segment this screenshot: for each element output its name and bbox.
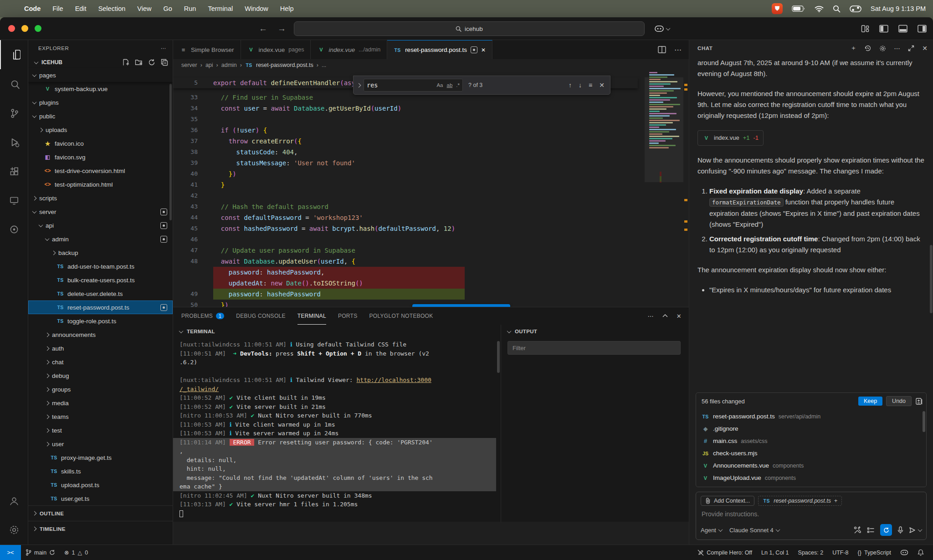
tree-folder-user[interactable]: user bbox=[28, 437, 173, 451]
refresh-icon[interactable] bbox=[148, 59, 155, 66]
model-picker[interactable]: Claude Sonnet 4 bbox=[729, 527, 779, 534]
tree-folder-server[interactable]: server bbox=[28, 205, 173, 219]
copilot-status[interactable] bbox=[896, 545, 913, 560]
chat-close-icon[interactable]: ✕ bbox=[922, 45, 928, 52]
menu-item-terminal[interactable]: Terminal bbox=[202, 5, 239, 12]
control-center-icon[interactable] bbox=[850, 5, 861, 12]
changed-file-row[interactable]: #main.cssassets/css bbox=[696, 435, 926, 447]
tree-folder-auth[interactable]: auth bbox=[28, 341, 173, 355]
breadcrumb[interactable]: server›api›admin›TSreset-password.post.t… bbox=[173, 59, 689, 71]
remote-indicator[interactable]: >< bbox=[0, 545, 21, 560]
explorer-more-actions[interactable]: ⋯ bbox=[161, 45, 166, 51]
problems-status[interactable]: ⊗ 1 △ 0 bbox=[60, 545, 92, 560]
tree-file-reset-password-post-ts[interactable]: TSreset-password.post.ts bbox=[28, 300, 173, 314]
new-file-icon[interactable] bbox=[122, 59, 129, 66]
send-button[interactable] bbox=[909, 527, 922, 534]
microphone-icon[interactable] bbox=[897, 526, 903, 534]
tree-folder-admin[interactable]: admin bbox=[28, 232, 173, 246]
tree-folder-groups[interactable]: groups bbox=[28, 382, 173, 396]
close-panel-icon[interactable]: ✕ bbox=[677, 313, 682, 320]
tree-folder-test[interactable]: test bbox=[28, 423, 173, 437]
view-diff-icon[interactable] bbox=[915, 397, 923, 405]
minimap[interactable] bbox=[645, 71, 683, 307]
tree-file-toggle-role-post-ts[interactable]: TStoggle-role.post.ts bbox=[28, 314, 173, 328]
tab-index-vue[interactable]: Vindex.vue.../admin bbox=[311, 40, 387, 59]
tree-folder-backup[interactable]: backup bbox=[28, 246, 173, 260]
nav-forward-button[interactable]: → bbox=[277, 24, 286, 34]
editor-more-actions-icon[interactable]: ⋯ bbox=[674, 46, 682, 54]
close-window-button[interactable] bbox=[8, 25, 15, 32]
tab-close-icon[interactable]: ✕ bbox=[481, 47, 486, 53]
tree-file-skills-ts[interactable]: TSskills.ts bbox=[28, 464, 173, 478]
menu-item-window[interactable]: Window bbox=[239, 5, 274, 12]
attached-file-pill[interactable]: TS reset-password.post.ts + bbox=[758, 496, 842, 506]
changed-file-row[interactable]: VImageUpload.vuecomponents bbox=[696, 472, 926, 484]
menu-item-view[interactable]: View bbox=[131, 5, 157, 12]
tree-file-test-drive-conversion-html[interactable]: <>test-drive-conversion.html bbox=[28, 164, 173, 178]
tree-folder-announcements[interactable]: announcements bbox=[28, 328, 173, 341]
panel-more-actions-icon[interactable]: ⋯ bbox=[647, 313, 653, 320]
settings-icon[interactable] bbox=[0, 515, 28, 545]
cursor-position[interactable]: Ln 1, Col 1 bbox=[757, 545, 793, 560]
notifications-bell[interactable] bbox=[913, 545, 928, 560]
keep-all-button[interactable]: Keep bbox=[858, 397, 882, 406]
menu-item-code[interactable]: Code bbox=[18, 5, 46, 12]
tree-folder-plugins[interactable]: plugins bbox=[28, 96, 173, 109]
toggle-secondary-sidebar-icon[interactable] bbox=[918, 25, 927, 33]
tab-index-vue[interactable]: Vindex.vuepages bbox=[241, 40, 311, 59]
code-editor[interactable]: 5export default defineEventHandler(async… bbox=[173, 71, 689, 307]
search-icon[interactable] bbox=[0, 69, 28, 98]
overview-ruler[interactable] bbox=[683, 71, 689, 307]
tree-file-delete-user-delete-ts[interactable]: TSdelete-user.delete.ts bbox=[28, 287, 173, 300]
breadcrumb-item[interactable]: admin bbox=[221, 62, 237, 68]
split-editor-icon[interactable] bbox=[658, 46, 666, 53]
regex-icon[interactable]: .* bbox=[456, 82, 460, 88]
menu-item-go[interactable]: Go bbox=[157, 5, 178, 12]
terminal-scrollbar[interactable] bbox=[497, 341, 500, 373]
menu-item-edit[interactable]: Edit bbox=[69, 5, 92, 12]
tree-file-favicon-svg[interactable]: ◧favicon.svg bbox=[28, 150, 173, 164]
changed-file-pill[interactable]: Vindex.vue+1-1 bbox=[697, 130, 764, 146]
toggle-primary-sidebar-icon[interactable] bbox=[879, 25, 888, 33]
tree-folder-pages[interactable]: pages bbox=[28, 68, 173, 82]
chat-conversation[interactable]: around August 7th, 2025 at around 9-10 A… bbox=[689, 56, 933, 392]
command-center-search[interactable]: icehub bbox=[294, 21, 645, 36]
files-list-scrollbar[interactable] bbox=[923, 411, 925, 432]
configure-tools-icon[interactable] bbox=[854, 526, 861, 534]
output-section-header[interactable]: OUTPUT bbox=[501, 325, 689, 338]
outline-section[interactable]: OUTLINE bbox=[28, 505, 173, 521]
spotlight-icon[interactable] bbox=[833, 5, 841, 13]
panel-tab-debug-console[interactable]: DEBUG CONSOLE bbox=[236, 307, 286, 325]
panel-tab-ports[interactable]: PORTS bbox=[338, 307, 358, 325]
add-context-button[interactable]: Add Context... bbox=[701, 496, 754, 506]
terminal-section-header[interactable]: TERMINAL bbox=[173, 325, 501, 338]
menu-item-help[interactable]: Help bbox=[274, 5, 300, 12]
panel-tab-polyglot-notebook[interactable]: POLYGLOT NOTEBOOK bbox=[369, 307, 433, 325]
customize-layout-icon[interactable] bbox=[861, 25, 869, 33]
panel-tab-problems[interactable]: PROBLEMS1 bbox=[181, 307, 224, 325]
mode-picker[interactable]: Agent bbox=[701, 527, 722, 534]
tree-file-user-get-ts[interactable]: TSuser.get.ts bbox=[28, 492, 173, 505]
find-toggle-replace-icon[interactable] bbox=[356, 83, 361, 87]
tree-folder-uploads[interactable]: uploads bbox=[28, 123, 173, 137]
tree-folder-chat[interactable]: chat bbox=[28, 355, 173, 369]
tools-icon[interactable] bbox=[0, 215, 28, 244]
explorer-icon[interactable] bbox=[0, 40, 28, 69]
tab-reset-password-post-ts[interactable]: TSreset-password.post.ts✕ bbox=[387, 40, 492, 59]
changed-file-row[interactable]: JScheck-users.mjs bbox=[696, 447, 926, 459]
encoding-status[interactable]: UTF-8 bbox=[828, 545, 853, 560]
tree-folder-api[interactable]: api bbox=[28, 219, 173, 232]
source-control-icon[interactable] bbox=[0, 98, 28, 127]
remote-explorer-icon[interactable] bbox=[0, 186, 28, 215]
git-branch-status[interactable]: main bbox=[21, 545, 60, 560]
compile-hero-status[interactable]: Compile Hero: Off bbox=[693, 545, 757, 560]
whole-word-icon[interactable]: ab bbox=[447, 82, 453, 88]
menubar-app-icon[interactable]: ⛊ bbox=[772, 3, 783, 14]
sidebar-scrollbar[interactable] bbox=[169, 84, 172, 220]
menu-item-file[interactable]: File bbox=[46, 5, 69, 12]
tree-folder-debug[interactable]: debug bbox=[28, 369, 173, 382]
chat-expand-icon[interactable] bbox=[908, 45, 914, 51]
maximize-panel-icon[interactable] bbox=[662, 313, 668, 319]
extensions-icon[interactable] bbox=[0, 157, 28, 186]
chat-history-icon[interactable] bbox=[864, 45, 871, 52]
